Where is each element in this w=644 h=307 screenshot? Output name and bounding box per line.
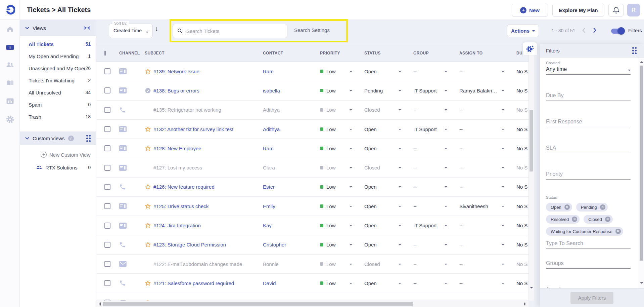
contact-link[interactable]: Adithya — [263, 107, 280, 113]
previous-page-icon[interactable] — [582, 27, 586, 33]
status-dropdown[interactable]: Closed — [360, 107, 409, 113]
group-dropdown[interactable]: -- — [409, 184, 455, 190]
remove-chip-icon[interactable]: ✕ — [615, 229, 621, 234]
assignee-dropdown[interactable]: -- — [455, 242, 512, 247]
status-dropdown[interactable]: Open — [360, 242, 409, 247]
group-dropdown[interactable]: IT Support — [409, 126, 455, 132]
row-checkbox[interactable] — [104, 223, 110, 229]
assignee-dropdown[interactable]: -- — [455, 146, 512, 151]
agents-filter-input[interactable] — [546, 284, 631, 288]
due-by-filter-input[interactable] — [546, 90, 631, 101]
view-item-my-open-and-pending[interactable]: My Open and Pending1 — [20, 50, 96, 62]
status-dropdown[interactable]: Open — [360, 126, 409, 132]
star-icon[interactable] — [145, 203, 151, 209]
created-filter-select[interactable]: Any time — [546, 66, 631, 75]
priority-dropdown[interactable]: Low — [316, 261, 360, 267]
priority-dropdown[interactable]: Low — [316, 146, 360, 151]
star-icon[interactable] — [145, 222, 151, 229]
views-section-header[interactable]: Views — [20, 20, 96, 36]
row-checkbox[interactable] — [104, 184, 110, 190]
scroll-down-arrow[interactable] — [640, 282, 643, 285]
row-checkbox[interactable] — [104, 203, 110, 209]
knowledge-base-icon[interactable] — [0, 76, 20, 90]
priority-dropdown[interactable]: Low — [316, 223, 360, 228]
assignee-dropdown[interactable]: -- — [455, 261, 512, 267]
info-icon[interactable]: i — [68, 136, 74, 141]
group-dropdown[interactable]: -- — [409, 203, 455, 209]
status-dropdown[interactable]: Open — [360, 69, 409, 74]
select-all-checkbox[interactable] — [104, 51, 106, 55]
priority-dropdown[interactable]: Low — [316, 165, 360, 170]
priority-dropdown[interactable]: Low — [316, 88, 360, 93]
scroll-right-arrow[interactable] — [524, 302, 527, 306]
star-icon[interactable] — [145, 68, 151, 75]
group-dropdown[interactable]: IT Support — [409, 223, 455, 228]
contact-link[interactable]: isabella — [263, 88, 280, 93]
sort-by-select[interactable]: Sort By: Created Time — [109, 24, 153, 38]
contact-link[interactable]: Clara — [263, 165, 275, 170]
contact-link[interactable]: Kay — [263, 223, 272, 228]
ticket-subject-link[interactable]: #124: Jira Integration — [153, 223, 201, 228]
contact-link[interactable]: Emily — [263, 203, 275, 209]
ticket-subject-link[interactable]: #138: Bugs or errors — [153, 88, 199, 93]
group-dropdown[interactable]: -- — [409, 242, 455, 247]
setup-gear-icon[interactable] — [0, 113, 20, 126]
sla-filter-input[interactable] — [546, 143, 631, 153]
status-type-to-search-input[interactable] — [546, 238, 631, 249]
priority-dropdown[interactable]: Low — [316, 242, 360, 247]
new-ticket-button[interactable]: + New — [512, 4, 548, 16]
status-dropdown[interactable]: Open — [360, 184, 409, 190]
star-icon[interactable] — [145, 241, 151, 248]
row-checkbox[interactable] — [104, 145, 110, 151]
remove-chip-icon[interactable]: ✕ — [572, 217, 577, 222]
next-page-icon[interactable] — [592, 27, 597, 33]
priority-dropdown[interactable]: Low — [316, 184, 360, 190]
status-dropdown[interactable]: Open — [360, 223, 409, 228]
view-item-all-unresolved[interactable]: All Unresolved34 — [20, 86, 96, 99]
priority-filter-input[interactable] — [546, 169, 631, 180]
analytics-icon[interactable] — [0, 94, 20, 108]
remove-chip-icon[interactable]: ✕ — [605, 217, 610, 222]
assignee-dropdown[interactable]: -- — [455, 126, 512, 132]
assignee-dropdown[interactable]: -- — [455, 107, 512, 113]
vertical-scroll-thumb[interactable] — [530, 110, 533, 171]
star-icon[interactable] — [145, 280, 151, 286]
ticket-subject-link[interactable]: #123: Storage Cloud Permission — [153, 242, 226, 247]
view-item-trash[interactable]: Trash18 — [20, 111, 96, 123]
assignee-dropdown[interactable]: -- — [455, 184, 512, 190]
priority-dropdown[interactable]: Low — [316, 126, 360, 132]
row-checkbox[interactable] — [104, 68, 110, 74]
ticket-subject-link[interactable]: #132: Another tkt for survey link test — [153, 126, 233, 132]
filters-scroll-thumb[interactable] — [640, 66, 643, 261]
view-item-all-tickets[interactable]: All Tickets51 — [20, 38, 96, 50]
contact-link[interactable]: David — [263, 280, 276, 286]
group-dropdown[interactable]: -- — [409, 69, 455, 74]
custom-views-section-header[interactable]: Custom Views i — [20, 131, 96, 145]
explore-my-plan-button[interactable]: Explore My Plan — [552, 4, 604, 16]
row-checkbox[interactable] — [104, 126, 110, 132]
priority-dropdown[interactable]: Low — [316, 69, 360, 74]
priority-dropdown[interactable]: Low — [316, 280, 360, 286]
contact-link[interactable]: Cristopher — [263, 242, 286, 247]
group-dropdown[interactable]: IT Support — [409, 88, 455, 93]
row-checkbox[interactable] — [104, 87, 110, 93]
group-dropdown[interactable]: -- — [409, 107, 455, 113]
collapse-panel-icon[interactable] — [83, 25, 91, 31]
groups-filter-input[interactable] — [546, 258, 631, 269]
row-checkbox[interactable] — [104, 165, 110, 171]
tickets-icon[interactable] — [0, 41, 20, 54]
status-dropdown[interactable]: Closed — [360, 261, 409, 267]
notifications-button[interactable] — [608, 4, 624, 16]
custom-view-item-rtx-solutions[interactable]: RTX Solutions 0 — [20, 161, 96, 174]
sort-direction-button[interactable]: ↓ — [155, 25, 158, 33]
ticket-subject-link[interactable]: #126: New feature required — [153, 184, 215, 190]
new-custom-view-button[interactable]: + New Custom View — [20, 148, 96, 161]
assignee-dropdown[interactable]: -- — [455, 223, 512, 228]
group-dropdown[interactable]: -- — [409, 261, 455, 267]
filters-grid-icon[interactable] — [632, 47, 637, 54]
status-dropdown[interactable]: Closed — [360, 165, 409, 170]
star-icon[interactable] — [145, 184, 151, 190]
assignee-dropdown[interactable]: -- — [455, 280, 512, 286]
ticket-subject-link[interactable]: #121: Salesforce password required — [153, 280, 234, 286]
column-settings-button[interactable] — [522, 42, 537, 55]
